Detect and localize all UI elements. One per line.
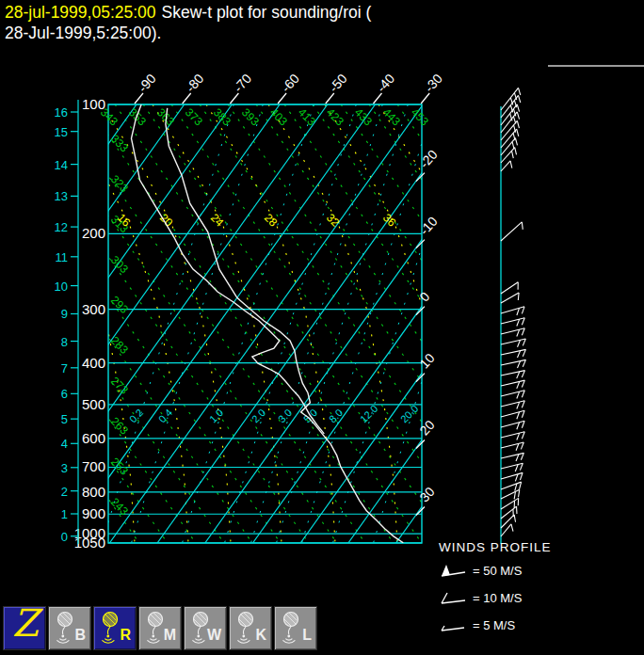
svg-text:9: 9: [61, 307, 68, 321]
svg-text:8: 8: [61, 335, 68, 349]
legend-label: = 10 M/S: [473, 591, 522, 605]
isotherm-labels-right: -20-100102030: [416, 147, 441, 516]
svg-text:10: 10: [416, 350, 437, 371]
svg-text:1: 1: [61, 507, 68, 521]
app-window: 28-jul-1999,05:25:00Skew-t plot for soun…: [0, 0, 644, 655]
svg-text:453: 453: [409, 105, 431, 128]
button-letter: K: [255, 627, 266, 644]
svg-text:7: 7: [61, 361, 68, 375]
legend-label: = 5 M/S: [473, 618, 515, 632]
svg-text:400: 400: [82, 355, 105, 371]
svg-text:0.2: 0.2: [127, 407, 145, 424]
svg-text:12.0: 12.0: [358, 403, 380, 425]
legend-row-50ms: = 50 M/S: [439, 560, 552, 582]
svg-text:-70: -70: [231, 71, 255, 95]
svg-text:413: 413: [296, 105, 318, 128]
mixing-ratio-labels: 0.20.41.02.03.05.08.012.020.0: [127, 403, 421, 425]
dewpoint-trace: [132, 104, 325, 434]
legend-label: = 50 M/S: [473, 564, 522, 578]
svg-text:443: 443: [380, 105, 403, 128]
svg-text:-50: -50: [326, 71, 350, 95]
svg-text:-20: -20: [416, 147, 441, 171]
plot-border: [108, 104, 422, 543]
pressure-axis: 10020030040050060070080090010001050: [74, 96, 105, 551]
moist-adiabat-labels: 162024283236: [115, 211, 399, 230]
toolbar-button-r[interactable]: R: [93, 606, 137, 650]
isobar-lines: [108, 104, 422, 543]
svg-text:1.0: 1.0: [207, 407, 225, 424]
toolbar: Z B R: [3, 606, 317, 650]
svg-text:30: 30: [416, 484, 437, 504]
svg-text:0: 0: [61, 530, 68, 544]
balloon-icon: [53, 611, 77, 645]
balloon-icon: [233, 611, 258, 645]
svg-text:253: 253: [108, 455, 131, 477]
toolbar-button-k[interactable]: K: [229, 606, 272, 650]
balloon-icon: [98, 611, 122, 645]
svg-text:11: 11: [56, 250, 69, 264]
zeb-logo: Z: [4, 601, 47, 645]
svg-text:393: 393: [239, 105, 262, 128]
svg-text:900: 900: [82, 505, 105, 521]
legend-row-5ms: = 5 M/S: [439, 615, 552, 636]
toolbar-button-l[interactable]: L: [274, 606, 317, 650]
toolbar-button-b[interactable]: B: [48, 606, 91, 650]
temperature-trace: [166, 108, 403, 543]
svg-text:15: 15: [55, 125, 68, 139]
svg-text:423: 423: [324, 105, 346, 128]
svg-text:-80: -80: [183, 71, 207, 95]
svg-text:383: 383: [211, 105, 233, 128]
svg-text:333: 333: [108, 132, 131, 154]
grid-lines: [0, 104, 644, 543]
svg-text:-60: -60: [278, 71, 302, 95]
button-letter: L: [302, 627, 312, 644]
svg-text:6: 6: [61, 387, 68, 401]
svg-text:-90: -90: [135, 71, 159, 95]
svg-text:323: 323: [108, 172, 131, 195]
svg-text:5: 5: [61, 412, 68, 426]
svg-text:-40: -40: [374, 71, 398, 95]
toolbar-button-w[interactable]: W: [184, 606, 227, 650]
mixing-ratio-lines: [103, 104, 506, 543]
svg-text:403: 403: [267, 105, 290, 128]
svg-text:8.0: 8.0: [327, 407, 345, 424]
svg-text:0: 0: [416, 289, 432, 305]
svg-text:700: 700: [82, 458, 105, 474]
svg-text:12: 12: [55, 220, 68, 234]
legend-row-10ms: = 10 M/S: [439, 587, 552, 609]
button-letter: W: [207, 627, 221, 644]
svg-text:20.0: 20.0: [398, 403, 421, 425]
isotherm-lines: [0, 104, 644, 543]
svg-text:3: 3: [61, 461, 68, 475]
wind-barb-half-icon: [439, 618, 467, 633]
wind-barb-full-icon: [439, 591, 467, 606]
svg-text:-30: -30: [422, 71, 446, 95]
svg-text:600: 600: [82, 430, 105, 446]
svg-text:293: 293: [108, 294, 131, 316]
height-axis: 012345678910111213141516: [55, 100, 78, 544]
svg-text:4: 4: [61, 437, 68, 451]
svg-text:20: 20: [416, 417, 437, 438]
svg-text:800: 800: [82, 484, 105, 500]
wind-barb-flag-icon: [439, 564, 467, 579]
svg-text:373: 373: [183, 105, 205, 128]
svg-text:2: 2: [61, 485, 68, 499]
wind-profile: [501, 88, 525, 544]
button-letter: M: [164, 627, 176, 644]
svg-text:14: 14: [55, 158, 68, 172]
toolbar-button-zeb-logo[interactable]: Z: [3, 606, 46, 650]
svg-text:283: 283: [108, 334, 131, 357]
svg-text:0.4: 0.4: [156, 407, 174, 424]
svg-text:10: 10: [55, 280, 68, 294]
toolbar-button-m[interactable]: M: [138, 606, 182, 650]
dry-adiabat-lines: [0, 104, 644, 543]
svg-text:300: 300: [82, 301, 105, 317]
svg-text:200: 200: [82, 225, 105, 241]
svg-text:353: 353: [126, 105, 149, 128]
svg-text:1050: 1050: [74, 535, 105, 551]
svg-text:16: 16: [55, 105, 68, 120]
winds-legend-title: WINDS PROFILE: [439, 540, 552, 554]
svg-text:273: 273: [108, 375, 131, 397]
balloon-icon: [279, 611, 303, 645]
svg-text:243: 243: [108, 495, 131, 518]
